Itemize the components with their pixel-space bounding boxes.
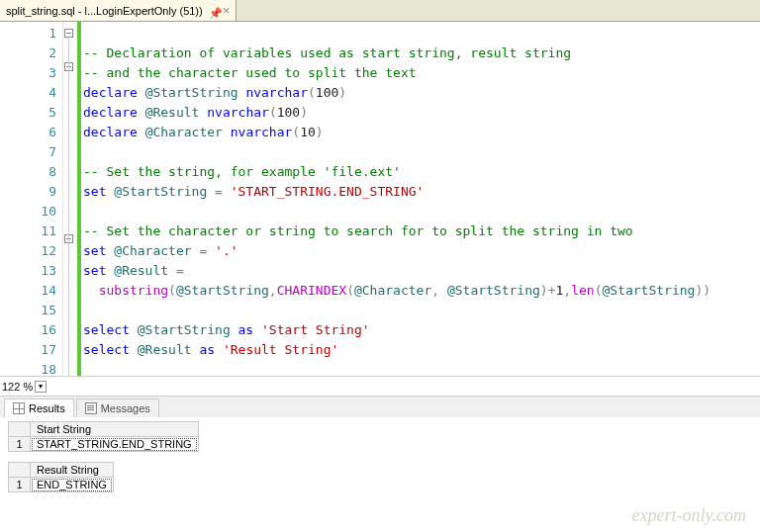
close-icon[interactable]: ×: [223, 3, 231, 18]
code-editor[interactable]: 123 456 789 101112 131415 161718 − − − -…: [0, 22, 760, 376]
result-cell[interactable]: END_STRING: [31, 478, 114, 492]
tab-title: split_string.sql - l...LoginExpertOnly (…: [6, 5, 203, 17]
code-area[interactable]: -- Declaration of variables used as star…: [81, 22, 760, 376]
result-grid-2[interactable]: Result String 1END_STRING: [8, 462, 114, 492]
corner-cell: [9, 463, 31, 478]
results-tab-bar: Results Messages: [0, 396, 760, 417]
column-header[interactable]: Start String: [31, 422, 199, 437]
tab-results[interactable]: Results: [4, 399, 74, 417]
tab-bar: split_string.sql - l...LoginExpertOnly (…: [0, 0, 760, 22]
tab-results-label: Results: [29, 402, 65, 414]
tab-messages[interactable]: Messages: [76, 399, 159, 417]
fold-column: − − −: [63, 22, 77, 376]
messages-icon: [85, 402, 97, 414]
zoom-value: 122 %: [2, 381, 33, 393]
row-header[interactable]: 1: [9, 478, 31, 492]
watermark: expert-only.com: [632, 505, 746, 526]
row-header[interactable]: 1: [9, 437, 31, 452]
column-header[interactable]: Result String: [31, 463, 114, 478]
zoom-dropdown[interactable]: ▾: [35, 381, 47, 393]
grid-icon: [13, 402, 25, 414]
zoom-bar: 122 % ▾: [0, 376, 760, 396]
editor-tab[interactable]: split_string.sql - l...LoginExpertOnly (…: [0, 0, 237, 21]
results-pane: Start String 1START_STRING.END_STRING Re…: [0, 417, 760, 492]
tab-messages-label: Messages: [101, 402, 150, 414]
result-cell[interactable]: START_STRING.END_STRING: [31, 437, 199, 452]
pin-icon[interactable]: 📌: [209, 7, 217, 15]
result-grid-1[interactable]: Start String 1START_STRING.END_STRING: [8, 421, 199, 452]
line-number-gutter: 123 456 789 101112 131415 161718: [0, 22, 63, 376]
corner-cell: [9, 422, 31, 437]
